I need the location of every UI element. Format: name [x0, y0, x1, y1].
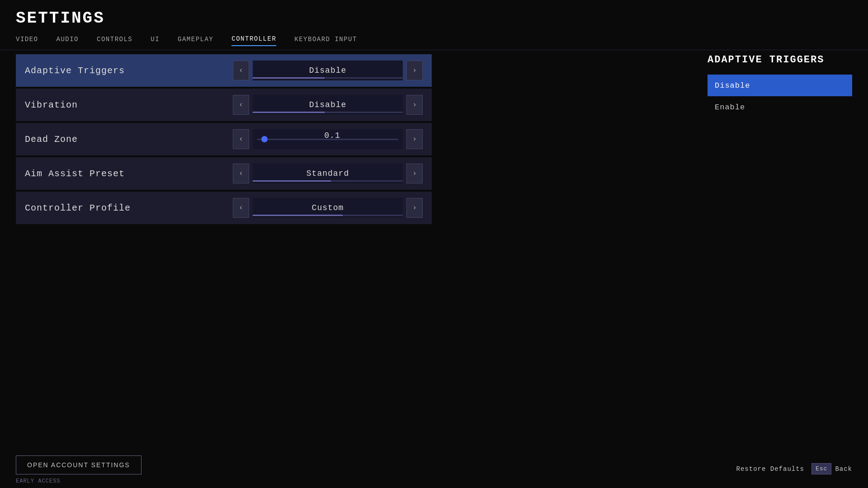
restore-defaults-button[interactable]: Restore Defaults — [736, 465, 804, 473]
settings-list: Adaptive Triggers ‹ Disable › Vibration … — [16, 54, 432, 226]
esc-key: Esc — [811, 463, 831, 474]
controller-profile-value: Custom — [253, 198, 403, 218]
controller-profile-prev[interactable]: ‹ — [233, 198, 249, 218]
adaptive-triggers-value: Disable — [253, 61, 403, 80]
esc-back-group: Esc Back — [811, 463, 852, 474]
settings-row-dead-zone[interactable]: Dead Zone ‹ 0.1 › — [16, 123, 432, 155]
open-account-settings-button[interactable]: OPEN ACCOUNT SETTINGS — [16, 455, 142, 474]
tab-video[interactable]: VIDEO — [16, 33, 38, 46]
controller-profile-control: ‹ Custom › — [233, 198, 423, 218]
controller-profile-next[interactable]: › — [406, 198, 423, 218]
aim-assist-preset-label: Aim Assist Preset — [25, 169, 233, 179]
vibration-bar-fill — [253, 112, 325, 113]
dead-zone-track — [257, 139, 398, 140]
tab-controller[interactable]: CONTROLLER — [231, 33, 276, 46]
dead-zone-prev[interactable]: ‹ — [233, 129, 249, 149]
settings-row-aim-assist-preset[interactable]: Aim Assist Preset ‹ Standard › — [16, 157, 432, 190]
adaptive-triggers-bar — [253, 77, 403, 79]
bottom-bar: OPEN ACCOUNT SETTINGS — [16, 455, 142, 474]
aim-assist-preset-prev[interactable]: ‹ — [233, 164, 249, 183]
adaptive-triggers-control: ‹ Disable › — [233, 61, 423, 80]
adaptive-triggers-label: Adaptive Triggers — [25, 66, 233, 76]
settings-row-controller-profile[interactable]: Controller Profile ‹ Custom › — [16, 192, 432, 224]
dead-zone-next[interactable]: › — [406, 129, 423, 149]
back-label: Back — [835, 465, 852, 473]
nav-tabs: VIDEO AUDIO CONTROLS UI GAMEPLAY CONTROL… — [16, 33, 357, 46]
right-panel: ADAPTIVE TRIGGERS Disable Enable — [708, 54, 852, 118]
adaptive-triggers-prev[interactable]: ‹ — [233, 61, 249, 80]
dead-zone-control: ‹ 0.1 › — [233, 129, 423, 149]
vibration-value: Disable — [253, 95, 403, 115]
bottom-right: Restore Defaults Esc Back — [736, 463, 852, 474]
early-access-label: EARLY ACCESS — [16, 478, 60, 484]
aim-assist-preset-bar-fill — [253, 180, 331, 182]
aim-assist-preset-bar — [253, 180, 403, 182]
page-title: SETTINGS — [16, 9, 105, 28]
controller-profile-bar — [253, 215, 403, 216]
vibration-control: ‹ Disable › — [233, 95, 423, 115]
adaptive-triggers-next[interactable]: › — [406, 61, 423, 80]
controller-profile-label: Controller Profile — [25, 203, 233, 213]
vibration-bar — [253, 112, 403, 113]
dead-zone-handle[interactable] — [261, 136, 268, 142]
controller-profile-bar-fill — [253, 215, 343, 216]
settings-row-vibration[interactable]: Vibration ‹ Disable › — [16, 89, 432, 121]
tab-gameplay[interactable]: GAMEPLAY — [178, 33, 213, 46]
adaptive-triggers-bar-fill — [253, 77, 325, 79]
dead-zone-label: Dead Zone — [25, 134, 233, 145]
option-enable[interactable]: Enable — [708, 96, 852, 118]
nav-divider — [0, 50, 868, 50]
tab-controls[interactable]: CONTROLS — [97, 33, 132, 46]
aim-assist-preset-control: ‹ Standard › — [233, 164, 423, 183]
dead-zone-slider-container: 0.1 — [253, 129, 403, 149]
tab-audio[interactable]: AUDIO — [57, 33, 79, 46]
vibration-prev[interactable]: ‹ — [233, 95, 249, 115]
tab-ui[interactable]: UI — [151, 33, 160, 46]
option-disable[interactable]: Disable — [708, 75, 852, 96]
vibration-next[interactable]: › — [406, 95, 423, 115]
vibration-label: Vibration — [25, 100, 233, 110]
tab-keyboard-input[interactable]: KEYBOARD INPUT — [294, 33, 357, 46]
right-panel-title: ADAPTIVE TRIGGERS — [708, 54, 852, 66]
aim-assist-preset-value: Standard — [253, 164, 403, 183]
settings-row-adaptive-triggers[interactable]: Adaptive Triggers ‹ Disable › — [16, 54, 432, 87]
aim-assist-preset-next[interactable]: › — [406, 164, 423, 183]
